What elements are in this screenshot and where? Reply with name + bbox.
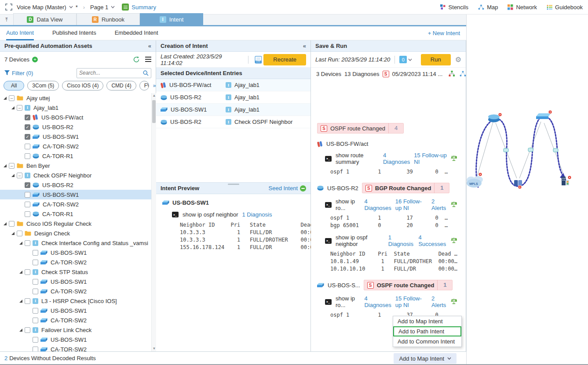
- hierarchy-icon[interactable]: [449, 71, 455, 77]
- checkbox[interactable]: –: [17, 173, 22, 178]
- recreate-button[interactable]: Recreate: [263, 54, 306, 65]
- map-title[interactable]: Voice Map (Master): [17, 4, 66, 11]
- result-link[interactable]: 16 Follow-up NI: [395, 198, 427, 211]
- chevron-down-icon[interactable]: [408, 58, 412, 61]
- checkbox[interactable]: –: [17, 105, 22, 111]
- scrollbar-thumb[interactable]: [152, 100, 156, 123]
- seed-intent-link[interactable]: Seed Intent: [269, 185, 307, 192]
- tree-row[interactable]: CA-TOR-SW2: [0, 199, 156, 209]
- run-count-badge[interactable]: 0: [399, 56, 407, 63]
- tree-expander-icon[interactable]: [18, 241, 24, 245]
- menu-icon[interactable]: [145, 55, 151, 63]
- tree-row[interactable]: Cisco IOS Regular Check: [0, 219, 156, 228]
- chevron-down-icon[interactable]: [111, 6, 115, 8]
- add-to-map-intent-button[interactable]: Add to Map Intent: [394, 353, 457, 364]
- add-device-icon[interactable]: +: [32, 57, 38, 62]
- tree-row[interactable]: CA-TOR-SW2: [0, 344, 156, 351]
- result-command-row[interactable]: ▸_show route summary4 Diagnoses15 Follow…: [325, 152, 457, 165]
- checkbox[interactable]: [25, 211, 30, 217]
- tree-row[interactable]: ✓US-BOS-SW1: [0, 132, 156, 141]
- scroll-down-icon[interactable]: ▼: [152, 346, 156, 351]
- result-link[interactable]: 4 Successes: [418, 234, 447, 247]
- run-date[interactable]: 05/29/2023 11:14 ...: [392, 71, 443, 77]
- page-selector[interactable]: Page 1: [90, 4, 108, 11]
- tree-row[interactable]: ICheck Interface Config and Status _vams…: [0, 238, 156, 248]
- new-intent-button[interactable]: + New Intent: [428, 30, 460, 36]
- tree-expander-icon[interactable]: [18, 299, 24, 303]
- tree-row[interactable]: ✓US-BOS-R2: [0, 122, 156, 132]
- checkbox[interactable]: [33, 260, 38, 265]
- tree-expander-icon[interactable]: [10, 173, 16, 177]
- filter-chip[interactable]: FW - HA C: [139, 81, 149, 90]
- tree-expander-icon[interactable]: [2, 96, 8, 100]
- tree-expander-icon[interactable]: [18, 270, 24, 274]
- tree-row[interactable]: US-BOS-SW1: [0, 335, 156, 344]
- tree-row[interactable]: ✓US-BOS-FW/act: [0, 112, 156, 122]
- context-menu-item[interactable]: Add to Map Intent: [393, 316, 461, 326]
- checkbox[interactable]: [25, 153, 30, 159]
- map-canvas[interactable]: MPLS: [466, 14, 588, 364]
- tree-row[interactable]: US-BOS-SW1: [0, 306, 156, 315]
- checkbox[interactable]: [17, 231, 22, 236]
- result-link[interactable]: 15 Follow-up NI: [395, 295, 427, 308]
- tree-expander-icon[interactable]: [10, 231, 16, 235]
- device-intent-entry[interactable]: US-BOS-SW1IAjay_lab1: [156, 104, 310, 116]
- result-command-row[interactable]: ▸_show ip ro...4 Diagnoses16 Follow-up N…: [325, 198, 457, 211]
- tree-row[interactable]: CA-TOR-R1: [0, 151, 156, 161]
- device-intent-entry[interactable]: US-BOS-R2ICheck OSPF Neighbor: [156, 116, 310, 128]
- collapse-panel-icon[interactable]: «: [303, 43, 306, 49]
- result-device-row[interactable]: US-BOS-S...SOSPF route Changed1: [317, 280, 466, 290]
- checkbox[interactable]: –: [9, 163, 15, 169]
- result-device-row[interactable]: US-BOS-R2SBGP Route Changed1: [317, 183, 466, 193]
- checkbox[interactable]: [33, 337, 38, 343]
- share-topology-icon[interactable]: [460, 71, 466, 77]
- tree-row[interactable]: –Ben Byer: [0, 161, 156, 170]
- log-icon[interactable]: LOG: [255, 56, 262, 64]
- result-link[interactable]: 2 Alerts: [431, 295, 447, 308]
- tree-expander-icon[interactable]: [2, 222, 8, 226]
- checkbox[interactable]: ✓: [25, 115, 30, 120]
- checkbox[interactable]: ✓: [25, 134, 30, 140]
- checkbox[interactable]: [33, 250, 38, 256]
- subtab-auto-intent[interactable]: Auto Intent: [6, 26, 34, 40]
- run-button[interactable]: Run: [421, 54, 451, 65]
- tree-row[interactable]: ICheck STP Status: [0, 267, 156, 277]
- tree-expander-icon[interactable]: [2, 164, 8, 168]
- tree-row[interactable]: US-BOS-SW1: [0, 248, 156, 257]
- tab-data-view[interactable]: D Data View: [13, 13, 77, 25]
- collapse-tabs-icon[interactable]: ⤒: [0, 17, 13, 23]
- checkbox[interactable]: [33, 347, 38, 352]
- tree-row[interactable]: Design Check: [0, 228, 156, 238]
- diagnosis-link[interactable]: 1 Diagnosis: [242, 211, 272, 218]
- tree-row[interactable]: CA-TOR-R1: [0, 209, 156, 219]
- checkbox[interactable]: –: [9, 95, 15, 101]
- tree-row[interactable]: US-BOS-SW1: [0, 277, 156, 286]
- checkbox[interactable]: ✓: [25, 182, 30, 188]
- result-device-row[interactable]: US-BOS-FW/act: [317, 141, 466, 147]
- filter-icon[interactable]: [4, 70, 10, 76]
- map-button[interactable]: Map: [478, 4, 498, 11]
- alert-chip[interactable]: S OSPF route Changed 4: [317, 123, 404, 134]
- network-button[interactable]: Network: [508, 4, 537, 11]
- result-link[interactable]: 4 Diagnoses: [364, 198, 391, 211]
- tree-row[interactable]: CA-TOR-SW2: [0, 286, 156, 296]
- resize-handle[interactable]: [228, 184, 239, 185]
- context-menu-item[interactable]: Add to Path Intent: [393, 326, 461, 336]
- result-command-row[interactable]: ▸_show ip ospf neighbor1 Diagnosis4 Succ…: [325, 234, 457, 247]
- checkbox[interactable]: [25, 202, 30, 207]
- tree-row[interactable]: ✓US-BOS-R2: [0, 180, 156, 190]
- tree-row[interactable]: –ICheck OSPF Neighbor: [0, 170, 156, 180]
- tree-row[interactable]: –Ajay uttej: [0, 93, 156, 103]
- result-link[interactable]: 1 Diagnosis: [388, 234, 415, 247]
- tree-row[interactable]: CA-TOR-SW2: [0, 257, 156, 267]
- tree-row[interactable]: –IAjay_lab1: [0, 103, 156, 112]
- filter-chip[interactable]: All: [4, 81, 24, 90]
- guidebook-button[interactable]: Guidebook: [547, 4, 583, 11]
- tab-runbook[interactable]: R Runbook: [77, 13, 140, 25]
- result-link[interactable]: 4 Diagnoses: [364, 295, 391, 308]
- result-link[interactable]: 2 Alerts: [431, 198, 447, 211]
- result-link[interactable]: 15 Follow-up NI: [414, 152, 447, 165]
- device-intent-entry[interactable]: US-BOS-R2IAjay_lab1: [156, 91, 310, 104]
- result-command-row[interactable]: ▸_show ip ro...4 Diagnoses15 Follow-up N…: [325, 295, 457, 308]
- search-input[interactable]: [79, 70, 143, 76]
